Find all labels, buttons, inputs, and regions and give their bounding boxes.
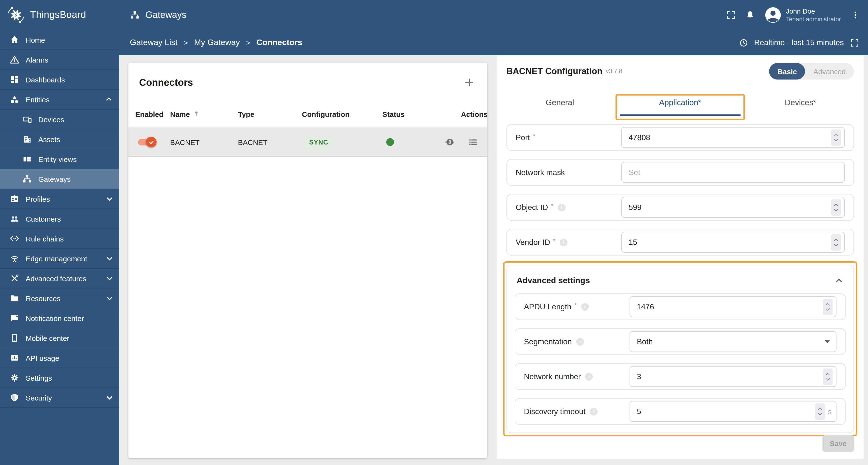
sidebar-item-label: Edge management — [26, 254, 87, 263]
rpc-lock-icon — [444, 137, 455, 147]
settings-gear-icon — [10, 373, 20, 383]
discovery-timeout-input[interactable] — [637, 407, 815, 416]
user-role: Tenant administrator — [786, 16, 841, 24]
discovery-timeout-label: Discovery timeout i — [524, 407, 629, 416]
network-number-input[interactable] — [637, 372, 823, 381]
fullscreen-button[interactable] — [726, 10, 736, 20]
connectors-header: Connectors — [128, 62, 487, 94]
devices-icon — [22, 114, 32, 124]
column-name[interactable]: Name — [170, 110, 238, 118]
app-root: ThingsBoard Home Alarms Dashboards Entit… — [0, 0, 868, 465]
sidebar-item-settings[interactable]: Settings — [0, 368, 119, 388]
sidebar-item-label: Customers — [26, 214, 61, 223]
port-input[interactable] — [628, 133, 831, 142]
vendor-id-stepper[interactable] — [831, 234, 841, 251]
sidebar-item-label: Assets — [38, 135, 60, 143]
sidebar-item-assets[interactable]: Assets — [0, 129, 119, 149]
sidebar-item-label: Entity views — [38, 155, 76, 163]
mode-advanced-button[interactable]: Advanced — [805, 63, 854, 80]
sidebar-item-customers[interactable]: Customers — [0, 209, 119, 229]
enabled-toggle[interactable] — [137, 137, 157, 147]
check-icon — [148, 139, 154, 145]
port-label: Port * — [516, 133, 621, 142]
rpc-button[interactable] — [444, 137, 455, 147]
sidebar-item-home[interactable]: Home — [0, 30, 119, 50]
sidebar-item-notification-center[interactable]: Notification center — [0, 309, 119, 328]
tab-application[interactable]: Application* — [620, 87, 741, 117]
apdu-length-input[interactable] — [637, 302, 823, 311]
apdu-length-stepper[interactable] — [823, 298, 833, 315]
info-icon[interactable]: i — [581, 303, 589, 311]
vendor-id-input[interactable] — [628, 238, 831, 246]
config-header: BACNET Configuration v3.7.8 Basic Advanc… — [497, 55, 864, 87]
sidebar-item-devices[interactable]: Devices — [0, 110, 119, 129]
main-area: Gateways John Doe Tenant administrator — [119, 0, 868, 465]
logs-button[interactable] — [468, 137, 478, 147]
user-menu[interactable]: John Doe Tenant administrator — [765, 7, 841, 24]
connector-row-bacnet[interactable]: BACNET BACNET SYNC — [128, 127, 487, 156]
brand[interactable]: ThingsBoard — [0, 0, 119, 30]
breadcrumb-separator: > — [246, 39, 250, 47]
page-title-label: Gateways — [145, 10, 186, 20]
dashboard-fullscreen-button[interactable] — [850, 38, 859, 47]
mode-basic-button[interactable]: Basic — [769, 63, 805, 80]
application-form: Port * Network mask — [497, 117, 864, 436]
notifications-button[interactable] — [745, 10, 755, 20]
timewindow-button[interactable]: Realtime - last 15 minutes — [739, 38, 844, 47]
sidebar-item-edge-management[interactable]: Edge management — [0, 249, 119, 269]
object-id-input[interactable] — [628, 203, 831, 212]
sidebar-item-entity-views[interactable]: Entity views — [0, 149, 119, 169]
sidebar-item-advanced-features[interactable]: Advanced features — [0, 269, 119, 289]
object-id-stepper[interactable] — [831, 199, 841, 215]
segmentation-value: Both — [637, 337, 653, 346]
status-ok-dot — [386, 138, 394, 146]
sidebar-item-mobile-center[interactable]: Mobile center — [0, 328, 119, 348]
info-icon[interactable]: i — [585, 373, 593, 380]
sidebar-item-alarms[interactable]: Alarms — [0, 50, 119, 70]
advanced-settings-header[interactable]: Advanced settings — [515, 271, 846, 290]
object-id-input-wrap — [621, 197, 845, 218]
notification-center-icon — [10, 313, 20, 323]
tab-devices[interactable]: Devices* — [740, 87, 861, 117]
discovery-timeout-stepper[interactable] — [815, 403, 825, 420]
mobile-center-icon — [10, 333, 20, 343]
sidebar-item-resources[interactable]: Resources — [0, 289, 119, 309]
sidebar-item-entities[interactable]: Entities — [0, 90, 119, 110]
chevron-down-icon — [107, 257, 112, 260]
config-version: v3.7.8 — [606, 68, 622, 75]
info-icon[interactable]: i — [576, 338, 584, 346]
required-marker: * — [533, 133, 535, 140]
gateways-icon — [22, 174, 32, 184]
port-stepper[interactable] — [831, 129, 841, 146]
network-mask-label: Network mask — [516, 168, 621, 177]
add-connector-button[interactable] — [461, 74, 477, 91]
save-button[interactable]: Save — [823, 435, 854, 452]
network-mask-input[interactable] — [628, 168, 841, 177]
info-icon[interactable]: i — [558, 203, 565, 211]
advanced-settings-fields: APDU Length * i — [515, 293, 846, 425]
breadcrumb-my-gateway[interactable]: My Gateway — [194, 38, 240, 48]
apdu-length-label: APDU Length * i — [524, 302, 629, 311]
alarm-icon — [10, 55, 20, 64]
breadcrumb-gateway-list[interactable]: Gateway List — [130, 38, 178, 48]
tab-general[interactable]: General — [500, 87, 620, 117]
user-meta: John Doe Tenant administrator — [786, 7, 841, 24]
sidebar-item-rule-chains[interactable]: Rule chains — [0, 229, 119, 249]
segmentation-select[interactable]: Both — [629, 331, 837, 352]
sidebar-item-security[interactable]: Security — [0, 388, 119, 408]
sidebar-menu: Home Alarms Dashboards Entities Devices — [0, 30, 119, 465]
collapse-chevron-up-icon[interactable] — [837, 279, 844, 283]
sidebar-item-profiles[interactable]: Profiles — [0, 189, 119, 209]
network-mask-input-wrap — [621, 162, 845, 183]
sidebar-item-gateways[interactable]: Gateways — [0, 169, 119, 189]
sidebar-item-api-usage[interactable]: API usage — [0, 348, 119, 368]
sidebar-item-label: Entities — [26, 95, 50, 104]
network-number-stepper[interactable] — [823, 368, 833, 385]
sidebar-item-dashboards[interactable]: Dashboards — [0, 70, 119, 90]
more-menu-button[interactable] — [850, 10, 860, 20]
info-icon[interactable]: i — [590, 408, 597, 415]
info-icon[interactable]: i — [560, 238, 567, 246]
active-tab-underline — [620, 114, 741, 116]
plus-icon — [463, 77, 475, 88]
required-marker: * — [551, 202, 553, 209]
